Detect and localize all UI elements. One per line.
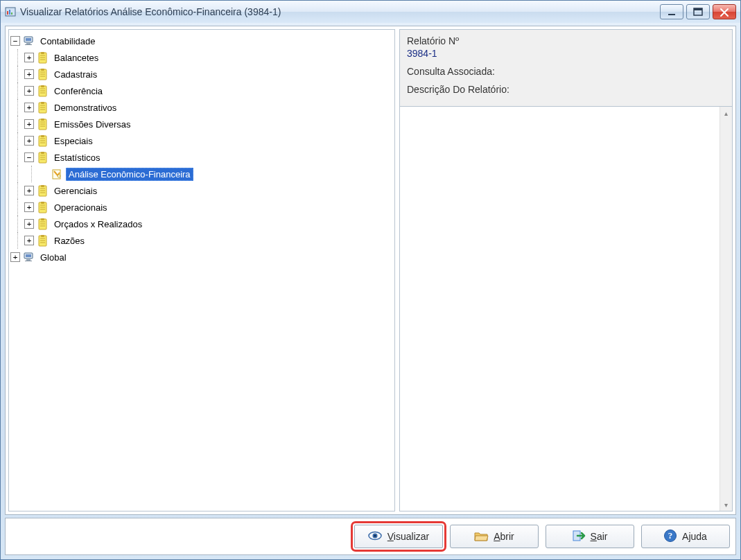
tree-item[interactable]: Análise Econômico-Financeira xyxy=(10,166,393,182)
tree-label-raz-es: Razões xyxy=(52,235,87,247)
tree-label-contabilidade: Contabilidade xyxy=(38,35,98,47)
tree-expander[interactable]: + xyxy=(24,202,34,212)
tree-label-demonstrativos: Demonstrativos xyxy=(52,102,119,114)
tree-expander[interactable]: + xyxy=(24,119,34,129)
label-consulta-associada: Consulta Associada: xyxy=(407,66,725,77)
tree-label-especiais: Especiais xyxy=(52,135,95,147)
tree-label-confer-ncia: Conferência xyxy=(52,85,105,97)
tree-item[interactable]: −Estatísticos xyxy=(10,149,393,166)
info-pane: Relatório Nº 3984-1 Consulta Associada: … xyxy=(399,29,733,511)
report-icon xyxy=(51,168,63,180)
window-title: Visualizar Relatórios Análise Econômico-… xyxy=(20,6,660,17)
tree-pane[interactable]: −Contabilidade+Balancetes+Cadastrais+Con… xyxy=(8,29,395,511)
minimize-button[interactable] xyxy=(660,4,683,19)
tree-label-operacionais: Operacionais xyxy=(52,202,110,213)
label-descricao: Descrição Do Relatório: xyxy=(407,84,725,95)
tree-item[interactable]: +Conferência xyxy=(10,82,393,99)
clipboard-icon xyxy=(37,134,49,147)
tree-item[interactable]: +Operacionais xyxy=(10,199,393,216)
abrir-button[interactable]: Abrir xyxy=(450,525,539,548)
clipboard-icon xyxy=(37,85,49,97)
tree-label-global: Global xyxy=(38,252,69,263)
help-icon xyxy=(664,530,677,544)
sair-label: Sair xyxy=(591,531,608,542)
tree-expander[interactable]: + xyxy=(24,103,34,112)
tree-item[interactable]: +Especiais xyxy=(10,132,393,149)
tree-expander[interactable]: + xyxy=(24,86,34,96)
tree-expander[interactable]: + xyxy=(24,69,34,79)
description-area: ▴ ▾ xyxy=(399,106,733,511)
tree-item[interactable]: +Demonstrativos xyxy=(10,99,393,116)
tree-expander[interactable]: + xyxy=(24,53,34,62)
client-area: −Contabilidade+Balancetes+Cadastrais+Con… xyxy=(5,26,736,515)
maximize-button[interactable] xyxy=(686,4,710,19)
sair-button[interactable]: Sair xyxy=(546,525,634,548)
clipboard-icon xyxy=(37,101,49,114)
tree-item[interactable]: +Orçados x Realizados xyxy=(10,216,393,232)
scroll-down-icon[interactable]: ▾ xyxy=(720,498,732,511)
clipboard-icon xyxy=(37,151,49,164)
tree-item[interactable]: +Razões xyxy=(10,232,393,249)
tree-item[interactable]: +Emissões Diversas xyxy=(10,116,393,132)
window: Visualizar Relatórios Análise Econômico-… xyxy=(0,0,741,560)
footer-toolbar: Visualizar Abrir Sair Ajuda xyxy=(5,518,736,555)
tree-expander[interactable]: + xyxy=(10,252,20,262)
computer-icon xyxy=(23,35,35,47)
visualizar-button[interactable]: Visualizar xyxy=(354,525,443,548)
tree-expander[interactable]: + xyxy=(24,136,34,146)
abrir-label: Abrir xyxy=(494,531,514,542)
clipboard-icon xyxy=(37,234,49,247)
scroll-up-icon[interactable]: ▴ xyxy=(720,107,732,119)
tree-item[interactable]: +Balancetes xyxy=(10,49,393,66)
clipboard-icon xyxy=(37,51,49,64)
eye-icon xyxy=(368,530,382,543)
description-scrollbar[interactable]: ▴ ▾ xyxy=(720,107,732,511)
tree-item[interactable]: +Gerenciais xyxy=(10,182,393,199)
tree-expander-none xyxy=(38,169,48,179)
description-text[interactable] xyxy=(400,107,720,511)
tree-expander[interactable]: + xyxy=(24,236,34,245)
clipboard-icon xyxy=(37,218,49,230)
tree-expander[interactable]: − xyxy=(10,36,20,46)
ajuda-button[interactable]: Ajuda xyxy=(641,525,730,548)
tree-label-emiss-es-diversas: Emissões Diversas xyxy=(52,119,133,130)
tree-label-analise-economico-financeira: Análise Econômico-Financeira xyxy=(66,168,193,181)
label-report-number: Relatório Nº xyxy=(407,35,725,46)
value-report-number: 3984-1 xyxy=(407,48,725,59)
tree-item[interactable]: +Global xyxy=(10,249,393,265)
tree-expander[interactable]: + xyxy=(24,186,34,195)
tree-label-or-ados-x-realizados: Orçados x Realizados xyxy=(52,218,144,230)
clipboard-icon xyxy=(37,201,49,213)
tree-item[interactable]: +Cadastrais xyxy=(10,66,393,82)
close-button[interactable] xyxy=(713,4,736,19)
clipboard-icon xyxy=(37,68,49,80)
tree-item[interactable]: −Contabilidade xyxy=(10,33,393,49)
computer-icon xyxy=(23,251,35,263)
tree-expander[interactable]: + xyxy=(24,219,34,229)
tree-expander[interactable]: − xyxy=(24,152,34,162)
folder-open-icon xyxy=(474,530,488,543)
tree-label-balancetes: Balancetes xyxy=(52,52,101,64)
tree-label-gerenciais: Gerenciais xyxy=(52,185,99,197)
visualizar-label: Visualizar xyxy=(387,531,429,542)
clipboard-icon xyxy=(37,184,49,197)
tree-label-estat-sticos: Estatísticos xyxy=(52,152,102,164)
clipboard-icon xyxy=(37,118,49,130)
tree-label-cadastrais: Cadastrais xyxy=(52,69,99,80)
ajuda-label: Ajuda xyxy=(682,531,707,542)
titlebar[interactable]: Visualizar Relatórios Análise Econômico-… xyxy=(1,1,740,23)
app-icon xyxy=(5,6,16,17)
exit-icon xyxy=(573,530,585,544)
info-header: Relatório Nº 3984-1 Consulta Associada: … xyxy=(399,29,733,106)
